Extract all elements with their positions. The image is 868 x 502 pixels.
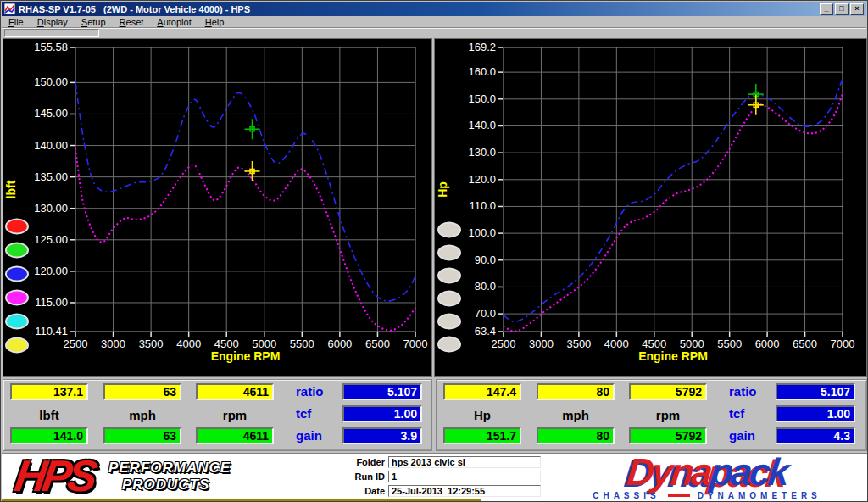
hps-sub-line1: PERFORMANCE [108,460,231,477]
window-title: RHAS-SP V1.7-05 (2WD - Motor Vehicle 400… [19,4,818,14]
red-oval-button[interactable] [6,220,28,234]
power-chart-panel: 169.2160.0150.0140.0130.0120.0110.0100.0… [434,38,867,376]
menu-setup[interactable]: Setup [75,16,113,27]
y-tick-label: 150.00 [34,75,68,88]
y-tick-label: 110.41 [35,325,68,337]
y-tick-label: 120.0 [468,173,496,186]
gray-oval-button-2[interactable] [438,246,460,260]
power-peak-value: 151.7 [443,427,521,444]
x-tick-label: 2500 [64,337,88,350]
y-tick-label: 140.0 [468,119,496,131]
close-button[interactable]: × [850,3,864,15]
gray-oval-button-1[interactable] [438,223,460,237]
torque-readout-panel: 137.1 63 4611 lbft mph rpm 141.0 63 4611… [3,379,432,451]
y-tick-label: 135.00 [34,170,68,183]
rpm-unit-label: rpm [196,408,274,422]
x-tick-label: 6500 [793,337,817,350]
plot-frame [75,47,415,332]
y-tick-label: 115.00 [35,296,68,309]
menu-display[interactable]: Display [31,16,75,27]
menu-reset[interactable]: Reset [113,16,151,27]
run-id-field[interactable] [388,471,541,482]
footer: HPS PERFORMANCE PRODUCTS Folder Run ID D… [2,453,868,502]
y-axis-title: Hp [436,181,449,198]
gray-oval-button-4[interactable] [438,292,460,306]
y-tick-label: 125.00 [34,233,68,246]
green-oval-button[interactable] [6,243,28,258]
tcf-value: 1.00 [776,405,855,422]
y-tick-label: 90.0 [475,254,496,266]
power-cursor-value: 147.4 [443,383,521,400]
title-bar[interactable]: RHAS-SP V1.7-05 (2WD - Motor Vehicle 400… [2,2,866,16]
power-run-magenta [504,94,843,332]
speed-peak-value: 63 [103,427,181,444]
x-tick-label: 3500 [566,337,591,350]
rpm-peak-value: 4611 [196,427,274,444]
yellow-cursor [245,161,260,181]
yellow-oval-button[interactable] [6,338,28,353]
cyan-oval-button[interactable] [6,315,28,329]
y-tick-label: 63.4 [475,325,496,337]
power-unit-label: Hp [443,408,521,422]
toolbar-inset [4,29,99,37]
tcf-label: tcf [729,406,744,421]
run-metadata: Folder Run ID Date [339,456,541,499]
gray-oval-button-3[interactable] [438,269,460,283]
rpm-unit-label: rpm [629,408,707,422]
power-readout-panel: 147.4 80 5792 Hp mph rpm 151.7 80 5792 r… [436,379,867,451]
date-label: Date [339,486,385,496]
gray-oval-button-6[interactable] [438,337,460,352]
x-tick-label: 4500 [642,337,666,350]
y-axis-title: lbft [4,180,18,198]
power-run-blue [504,79,843,321]
menu-autoplot[interactable]: Autoplot [150,16,198,27]
x-tick-label: 5500 [290,337,314,350]
ratio-value: 5.107 [342,383,422,400]
y-tick-label: 70.0 [475,307,496,320]
x-tick-label: 3500 [139,337,164,350]
torque-peak-value: 141.0 [10,427,88,444]
speed-peak-value: 80 [537,427,615,444]
hps-logo: HPS PERFORMANCE PRODUCTS [15,455,231,496]
magenta-oval-button[interactable] [6,291,28,305]
y-tick-label: 80.0 [475,280,496,293]
ratio-value: 5.107 [776,383,855,400]
torque-chart-panel: 155.58150.00145.00140.00135.00130.00125.… [3,38,432,376]
rpm-cursor-value: 5792 [629,383,707,400]
x-tick-label: 4000 [604,337,629,350]
gray-oval-button-5[interactable] [438,315,460,329]
x-tick-label: 6000 [327,337,352,350]
torque-cursor-value: 137.1 [10,383,88,400]
ratio-label: ratio [729,384,757,399]
ratio-label: ratio [296,384,324,399]
x-tick-label: 5000 [680,337,704,350]
chart-header-strip: Torque (Axle Torque / Gear Ratio):Corr: … [2,29,866,38]
x-tick-label: 7000 [403,337,428,350]
y-tick-label: 120.00 [34,265,68,277]
folder-field[interactable] [388,456,541,468]
blue-oval-button[interactable] [6,267,28,282]
x-axis-title: Engine RPM [638,349,708,363]
tcf-label: tcf [296,406,311,421]
rpm-peak-value: 5792 [629,427,707,444]
y-tick-label: 140.00 [34,139,68,152]
date-field[interactable] [388,485,541,497]
y-tick-label: 150.0 [468,92,496,105]
restore-button[interactable]: □ [835,3,849,15]
torque-unit-label: lbft [10,408,88,422]
hps-logo-mark: HPS [13,455,97,496]
minimize-button[interactable]: _ [820,3,833,15]
speed-cursor-value: 63 [103,383,181,400]
x-tick-label: 7000 [831,337,855,350]
menu-file[interactable]: File [2,16,31,27]
y-tick-label: 130.0 [468,146,496,159]
hps-sub-line2: PRODUCTS [122,477,231,494]
x-tick-label: 3000 [101,337,125,350]
gain-label: gain [296,428,322,443]
plot-frame [504,47,843,332]
menu-help[interactable]: Help [198,16,231,27]
y-tick-label: 160.0 [468,65,496,78]
y-tick-label: 110.0 [469,199,496,212]
x-tick-label: 5000 [252,337,276,350]
app-window: RHAS-SP V1.7-05 (2WD - Motor Vehicle 400… [0,0,868,502]
